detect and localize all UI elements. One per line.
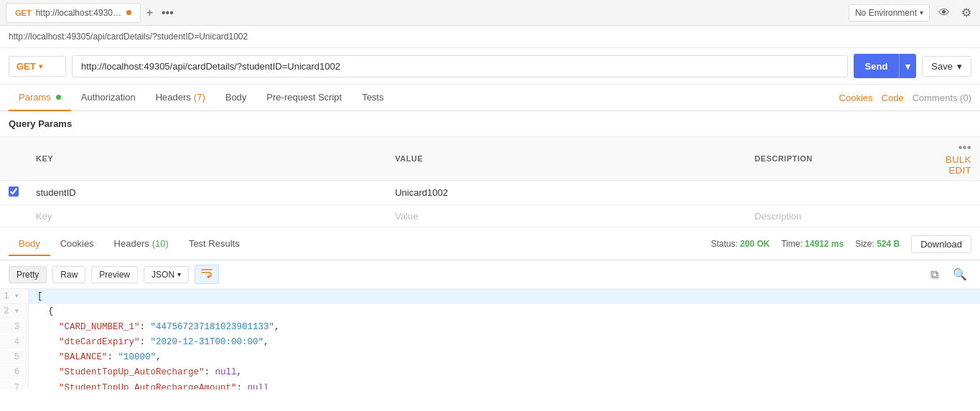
wrap-button[interactable] bbox=[195, 265, 219, 284]
preview-button[interactable]: Preview bbox=[91, 266, 138, 283]
method-select[interactable]: GET ▾ bbox=[9, 56, 66, 77]
tab-params[interactable]: Params bbox=[9, 85, 71, 111]
toolbar-right: ⧉ 🔍 bbox=[926, 266, 971, 283]
download-button[interactable]: Download bbox=[911, 235, 971, 253]
bulk-edit-button[interactable]: Bulk Edit bbox=[946, 154, 971, 176]
tab-pre-request-label: Pre-request Script bbox=[266, 92, 342, 103]
json-line-2: 2 ▾ { bbox=[0, 304, 980, 319]
tab-body[interactable]: Body bbox=[215, 85, 257, 111]
response-tab-body[interactable]: Body bbox=[9, 232, 50, 256]
method-label: GET bbox=[17, 61, 36, 72]
json-line-7: 7 "StudentTopUp_AutoRechargeAmount": nul… bbox=[0, 381, 980, 390]
row-checkbox[interactable] bbox=[9, 186, 19, 197]
json-line-5: 5 "BALANCE": "10000", bbox=[0, 350, 980, 365]
gear-icon[interactable]: ⚙ bbox=[958, 3, 974, 22]
value-cell[interactable]: Unicard1002 bbox=[386, 181, 746, 205]
line-number: 5 bbox=[0, 350, 29, 364]
search-button[interactable]: 🔍 bbox=[948, 266, 971, 283]
response-toolbar: Pretty Raw Preview JSON ▾ ⧉ 🔍 bbox=[0, 260, 980, 289]
placeholder-actions bbox=[937, 205, 980, 228]
send-label: Send bbox=[865, 61, 888, 72]
format-chevron-icon: ▾ bbox=[177, 270, 181, 278]
time-value: 14912 ms bbox=[805, 239, 844, 249]
col-value-header: VALUE bbox=[386, 137, 746, 181]
more-tabs-button[interactable]: ••• bbox=[159, 4, 177, 22]
value-placeholder[interactable]: Value bbox=[386, 205, 746, 228]
send-dropdown-button[interactable]: ▾ bbox=[899, 54, 916, 78]
col-desc-header: DESCRIPTION bbox=[746, 137, 937, 181]
copy-button[interactable]: ⧉ bbox=[926, 266, 943, 283]
response-cookies-label: Cookies bbox=[60, 238, 94, 249]
response-headers-label: Headers bbox=[114, 238, 149, 249]
cookies-link[interactable]: Cookies bbox=[839, 93, 873, 103]
key-placeholder[interactable]: Key bbox=[27, 205, 386, 228]
response-tab-cookies[interactable]: Cookies bbox=[50, 232, 104, 256]
json-line-1: 1 ▾ [ bbox=[0, 289, 980, 304]
line-content: "CARD_NUMBER_1": "447567237181023901133"… bbox=[29, 320, 280, 335]
tab-authorization[interactable]: Authorization bbox=[71, 85, 146, 111]
table-row: studentID Unicard1002 bbox=[0, 181, 980, 205]
format-select[interactable]: JSON ▾ bbox=[144, 266, 189, 283]
json-line-6: 6 "StudentTopUp_AutoRecharge": null, bbox=[0, 365, 980, 380]
address-url: http://localhost:49305/api/cardDetails/?… bbox=[9, 32, 248, 42]
send-main-button[interactable]: Send bbox=[854, 54, 900, 78]
tab-authorization-label: Authorization bbox=[81, 92, 136, 103]
nav-right-links: Cookies Code Comments (0) bbox=[839, 93, 971, 103]
method-chevron-icon: ▾ bbox=[39, 62, 42, 70]
env-selector[interactable]: No Environment ▾ bbox=[849, 4, 930, 22]
tab-pre-request[interactable]: Pre-request Script bbox=[256, 85, 352, 111]
env-label: No Environment bbox=[855, 8, 917, 18]
line-number: 1 ▾ bbox=[0, 289, 29, 303]
tab-tests[interactable]: Tests bbox=[352, 85, 393, 111]
response-tabs-bar: Body Cookies Headers (10) Test Results S… bbox=[0, 228, 980, 260]
line-content: "StudentTopUp_AutoRecharge": null, bbox=[29, 365, 242, 380]
tab-headers[interactable]: Headers (7) bbox=[146, 85, 215, 111]
tab-bar: GET http://localhost:49305/api/card... +… bbox=[0, 0, 980, 26]
response-meta: Status: 200 OK Time: 14912 ms Size: 524 … bbox=[711, 235, 971, 253]
col-actions-header: ••• Bulk Edit bbox=[937, 137, 980, 181]
headers-badge: (7) bbox=[194, 92, 205, 103]
line-number: 6 bbox=[0, 365, 29, 379]
wrap-icon bbox=[201, 268, 213, 278]
table-row-placeholder: Key Value Description bbox=[0, 205, 980, 228]
pretty-button[interactable]: Pretty bbox=[9, 266, 47, 283]
size-value: 524 B bbox=[877, 239, 900, 249]
line-content: "StudentTopUp_AutoRechargeAmount": null bbox=[29, 381, 269, 390]
line-content: "BALANCE": "10000", bbox=[29, 350, 162, 365]
save-label: Save bbox=[931, 61, 953, 72]
nav-tabs: Params Authorization Headers (7) Body Pr… bbox=[0, 85, 980, 111]
comments-link[interactable]: Comments (0) bbox=[913, 93, 971, 103]
request-tab[interactable]: GET http://localhost:49305/api/card... bbox=[6, 3, 141, 23]
send-arrow-icon: ▾ bbox=[905, 61, 910, 72]
line-number: 4 bbox=[0, 335, 29, 349]
eye-icon[interactable]: 👁 bbox=[935, 4, 953, 22]
desc-cell[interactable] bbox=[746, 181, 937, 205]
tab-dot-icon bbox=[126, 10, 131, 15]
save-button[interactable]: Save ▾ bbox=[922, 56, 971, 77]
tab-actions: No Environment ▾ 👁 ⚙ bbox=[849, 3, 974, 22]
line-number: 2 ▾ bbox=[0, 304, 29, 318]
url-input[interactable] bbox=[72, 55, 848, 77]
response-body-label: Body bbox=[19, 238, 40, 249]
response-tab-test-results[interactable]: Test Results bbox=[179, 232, 250, 256]
line-content: { bbox=[29, 304, 54, 319]
raw-button[interactable]: Raw bbox=[52, 266, 85, 283]
key-cell[interactable]: studentID bbox=[27, 181, 386, 205]
send-button-group: Send ▾ bbox=[854, 54, 917, 78]
desc-placeholder[interactable]: Description bbox=[746, 205, 937, 228]
column-options-icon[interactable]: ••• bbox=[958, 141, 971, 153]
save-chevron-icon: ▾ bbox=[957, 61, 962, 72]
tab-headers-label: Headers bbox=[156, 92, 191, 103]
col-checkbox bbox=[0, 137, 27, 181]
address-bar: http://localhost:49305/api/cardDetails/?… bbox=[0, 26, 980, 48]
row-actions bbox=[937, 181, 980, 205]
line-content: "dteCardExpiry": "2020-12-31T00:00:00", bbox=[29, 335, 269, 350]
params-dot-icon bbox=[56, 95, 61, 100]
add-tab-button[interactable]: + bbox=[144, 4, 156, 22]
response-tab-headers[interactable]: Headers (10) bbox=[104, 232, 179, 256]
code-link[interactable]: Code bbox=[882, 93, 904, 103]
format-label: JSON bbox=[151, 270, 174, 280]
col-key-header: KEY bbox=[27, 137, 386, 181]
line-content: [ bbox=[29, 289, 43, 304]
tab-body-label: Body bbox=[225, 92, 247, 103]
